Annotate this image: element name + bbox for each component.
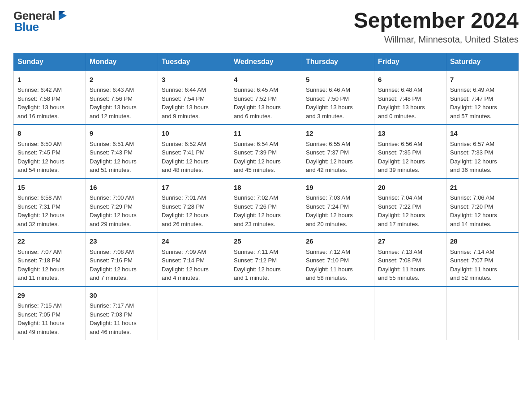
month-year-title: September 2024: [354, 9, 519, 33]
day-number: 29: [17, 291, 82, 301]
calendar-cell: 18Sunrise: 7:02 AM Sunset: 7:26 PM Dayli…: [230, 179, 302, 233]
day-info: Sunrise: 7:13 AM Sunset: 7:08 PM Dayligh…: [378, 248, 442, 283]
calendar-cell: 7Sunrise: 6:49 AM Sunset: 7:47 PM Daylig…: [446, 71, 519, 125]
logo: General Blue: [13, 9, 69, 34]
calendar-cell: 30Sunrise: 7:17 AM Sunset: 7:03 PM Dayli…: [86, 287, 158, 340]
day-number: 21: [450, 183, 515, 193]
day-number: 16: [90, 183, 154, 193]
day-info: Sunrise: 6:50 AM Sunset: 7:45 PM Dayligh…: [17, 140, 82, 175]
calendar-cell: 3Sunrise: 6:44 AM Sunset: 7:54 PM Daylig…: [158, 71, 230, 125]
day-info: Sunrise: 7:00 AM Sunset: 7:29 PM Dayligh…: [90, 193, 154, 228]
day-number: 4: [234, 75, 298, 85]
day-number: 22: [17, 236, 82, 247]
day-number: 20: [378, 183, 442, 193]
calendar-week-row: 22Sunrise: 7:07 AM Sunset: 7:18 PM Dayli…: [14, 232, 519, 287]
day-info: Sunrise: 6:54 AM Sunset: 7:39 PM Dayligh…: [234, 140, 298, 175]
day-info: Sunrise: 6:44 AM Sunset: 7:54 PM Dayligh…: [162, 86, 226, 120]
calendar-week-row: 1Sunrise: 6:42 AM Sunset: 7:58 PM Daylig…: [14, 71, 519, 125]
day-number: 26: [306, 236, 370, 247]
day-info: Sunrise: 6:56 AM Sunset: 7:35 PM Dayligh…: [378, 140, 442, 175]
calendar-cell: 11Sunrise: 6:54 AM Sunset: 7:39 PM Dayli…: [230, 124, 302, 179]
calendar-cell: 4Sunrise: 6:45 AM Sunset: 7:52 PM Daylig…: [230, 71, 302, 125]
calendar-week-row: 15Sunrise: 6:58 AM Sunset: 7:31 PM Dayli…: [14, 179, 519, 233]
day-number: 25: [234, 236, 298, 247]
day-number: 13: [378, 128, 442, 139]
calendar-week-row: 8Sunrise: 6:50 AM Sunset: 7:45 PM Daylig…: [14, 124, 519, 179]
day-info: Sunrise: 7:15 AM Sunset: 7:05 PM Dayligh…: [17, 301, 82, 336]
calendar-cell: 1Sunrise: 6:42 AM Sunset: 7:58 PM Daylig…: [14, 71, 86, 125]
day-info: Sunrise: 6:46 AM Sunset: 7:50 PM Dayligh…: [306, 86, 370, 120]
day-number: 9: [90, 128, 154, 139]
day-number: 10: [162, 128, 226, 139]
calendar-cell: [374, 287, 446, 340]
calendar-cell: [302, 287, 374, 340]
calendar-cell: 9Sunrise: 6:51 AM Sunset: 7:43 PM Daylig…: [86, 124, 158, 179]
day-number: 7: [450, 75, 515, 85]
header-thursday: Thursday: [302, 53, 374, 71]
day-info: Sunrise: 7:03 AM Sunset: 7:24 PM Dayligh…: [306, 193, 370, 228]
calendar-cell: 28Sunrise: 7:14 AM Sunset: 7:07 PM Dayli…: [446, 232, 519, 287]
day-info: Sunrise: 7:01 AM Sunset: 7:28 PM Dayligh…: [162, 193, 226, 228]
calendar-cell: 15Sunrise: 6:58 AM Sunset: 7:31 PM Dayli…: [14, 179, 86, 233]
day-number: 28: [450, 236, 515, 247]
day-info: Sunrise: 7:09 AM Sunset: 7:14 PM Dayligh…: [162, 248, 226, 283]
day-number: 1: [17, 75, 82, 85]
day-number: 12: [306, 128, 370, 139]
day-info: Sunrise: 6:57 AM Sunset: 7:33 PM Dayligh…: [450, 140, 515, 175]
day-info: Sunrise: 6:51 AM Sunset: 7:43 PM Dayligh…: [90, 140, 154, 175]
calendar-table: Sunday Monday Tuesday Wednesday Thursday…: [13, 53, 519, 341]
day-info: Sunrise: 7:07 AM Sunset: 7:18 PM Dayligh…: [17, 248, 82, 283]
calendar-cell: 2Sunrise: 6:43 AM Sunset: 7:56 PM Daylig…: [86, 71, 158, 125]
header-monday: Monday: [86, 53, 158, 71]
day-number: 15: [17, 183, 82, 193]
day-number: 5: [306, 75, 370, 85]
day-number: 23: [90, 236, 154, 247]
day-number: 2: [90, 75, 154, 85]
day-number: 19: [306, 183, 370, 193]
day-info: Sunrise: 6:45 AM Sunset: 7:52 PM Dayligh…: [234, 86, 298, 120]
page-header: General Blue September 2024 Willmar, Min…: [13, 9, 519, 45]
day-number: 17: [162, 183, 226, 193]
day-info: Sunrise: 7:08 AM Sunset: 7:16 PM Dayligh…: [90, 248, 154, 283]
header-tuesday: Tuesday: [158, 53, 230, 71]
calendar-cell: 10Sunrise: 6:52 AM Sunset: 7:41 PM Dayli…: [158, 124, 230, 179]
day-info: Sunrise: 7:02 AM Sunset: 7:26 PM Dayligh…: [234, 193, 298, 228]
title-section: September 2024 Willmar, Minnesota, Unite…: [354, 9, 519, 45]
calendar-cell: 17Sunrise: 7:01 AM Sunset: 7:28 PM Dayli…: [158, 179, 230, 233]
header-row: Sunday Monday Tuesday Wednesday Thursday…: [14, 53, 519, 71]
calendar-cell: 6Sunrise: 6:48 AM Sunset: 7:48 PM Daylig…: [374, 71, 446, 125]
calendar-body: 1Sunrise: 6:42 AM Sunset: 7:58 PM Daylig…: [14, 71, 519, 340]
calendar-cell: [158, 287, 230, 340]
calendar-header: Sunday Monday Tuesday Wednesday Thursday…: [14, 53, 519, 71]
logo-triangle-icon: [56, 9, 69, 22]
header-sunday: Sunday: [14, 53, 86, 71]
day-info: Sunrise: 7:17 AM Sunset: 7:03 PM Dayligh…: [90, 301, 154, 336]
calendar-cell: [446, 287, 519, 340]
day-info: Sunrise: 6:48 AM Sunset: 7:48 PM Dayligh…: [378, 86, 442, 120]
calendar-cell: 19Sunrise: 7:03 AM Sunset: 7:24 PM Dayli…: [302, 179, 374, 233]
day-info: Sunrise: 6:58 AM Sunset: 7:31 PM Dayligh…: [17, 193, 82, 228]
calendar-cell: 23Sunrise: 7:08 AM Sunset: 7:16 PM Dayli…: [86, 232, 158, 287]
day-number: 11: [234, 128, 298, 139]
header-wednesday: Wednesday: [230, 53, 302, 71]
calendar-cell: 27Sunrise: 7:13 AM Sunset: 7:08 PM Dayli…: [374, 232, 446, 287]
calendar-cell: 20Sunrise: 7:04 AM Sunset: 7:22 PM Dayli…: [374, 179, 446, 233]
day-info: Sunrise: 7:14 AM Sunset: 7:07 PM Dayligh…: [450, 248, 515, 283]
day-info: Sunrise: 6:42 AM Sunset: 7:58 PM Dayligh…: [17, 86, 82, 120]
day-info: Sunrise: 7:04 AM Sunset: 7:22 PM Dayligh…: [378, 193, 442, 228]
day-number: 30: [90, 291, 154, 301]
day-info: Sunrise: 6:43 AM Sunset: 7:56 PM Dayligh…: [90, 86, 154, 120]
calendar-cell: 22Sunrise: 7:07 AM Sunset: 7:18 PM Dayli…: [14, 232, 86, 287]
calendar-cell: 5Sunrise: 6:46 AM Sunset: 7:50 PM Daylig…: [302, 71, 374, 125]
day-number: 6: [378, 75, 442, 85]
day-info: Sunrise: 7:12 AM Sunset: 7:10 PM Dayligh…: [306, 248, 370, 283]
calendar-cell: 16Sunrise: 7:00 AM Sunset: 7:29 PM Dayli…: [86, 179, 158, 233]
calendar-cell: 14Sunrise: 6:57 AM Sunset: 7:33 PM Dayli…: [446, 124, 519, 179]
header-friday: Friday: [374, 53, 446, 71]
day-info: Sunrise: 7:11 AM Sunset: 7:12 PM Dayligh…: [234, 248, 298, 283]
calendar-cell: 24Sunrise: 7:09 AM Sunset: 7:14 PM Dayli…: [158, 232, 230, 287]
day-number: 3: [162, 75, 226, 85]
calendar-cell: 8Sunrise: 6:50 AM Sunset: 7:45 PM Daylig…: [14, 124, 86, 179]
calendar-cell: 26Sunrise: 7:12 AM Sunset: 7:10 PM Dayli…: [302, 232, 374, 287]
day-number: 18: [234, 183, 298, 193]
